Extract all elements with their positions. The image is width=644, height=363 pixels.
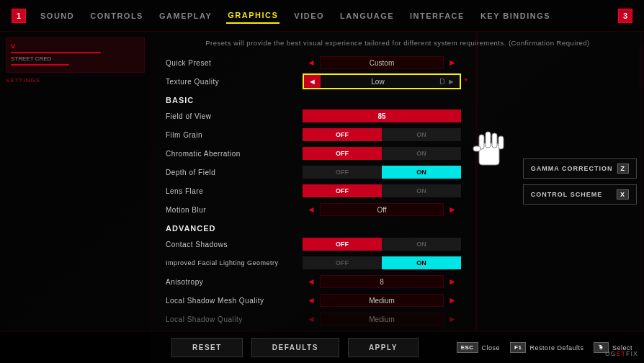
nav-controls[interactable]: CONTROLS [89,9,145,23]
quick-preset-right-arrow[interactable]: ► [444,58,461,68]
quick-preset-control: ◄ Custom ► [303,56,461,69]
depth-of-field-on[interactable]: ON [382,166,461,179]
chromatic-aberration-label: Chromatic Aberration [166,150,303,158]
shadow-mesh-value: Medium [320,294,444,307]
close-action: ESC Close [457,342,500,353]
lens-flare-off[interactable]: OFF [303,184,382,197]
fov-control[interactable]: 85 [303,109,461,122]
preset-notice: Presets will provide the best visual exp… [166,39,630,47]
quick-preset-row: Quick Preset ◄ Custom ► [166,54,630,71]
fov-value: 85 [377,112,385,120]
chromatic-aberration-control: OFF ON [303,147,461,160]
reset-button[interactable]: RESET [171,338,243,357]
restore-key: F1 [510,342,526,353]
motion-blur-label: Motion Blur [166,206,303,214]
char-card: V STREET CRED [6,37,145,73]
shadow-mesh-left-arrow[interactable]: ◄ [303,295,320,305]
contact-shadows-off[interactable]: OFF [303,238,382,251]
facial-lighting-control: OFF ON [303,256,461,269]
defaults-button[interactable]: DEFAULTS [251,338,339,357]
chromatic-aberration-off[interactable]: OFF [303,147,382,160]
depth-of-field-control: OFF ON [303,166,461,179]
shadow-quality-left-arrow[interactable]: ◄ [303,314,320,324]
close-key: ESC [457,342,478,353]
fov-row: Field of View 85 [166,107,630,125]
shadow-mesh-label: Local Shadow Mesh Quality [166,297,303,305]
left-panel: V STREET CRED SETTINGS [0,32,151,363]
nav-language[interactable]: LANGUAGE [339,9,395,23]
anisotropy-right-arrow[interactable]: ► [444,277,461,287]
motion-blur-right-arrow[interactable]: ► [444,205,461,215]
watermark-et: ET [616,350,626,357]
control-scheme-key: X [617,189,629,200]
motion-blur-left-arrow[interactable]: ◄ [303,205,320,215]
gamma-correction-label: GAMMA CORRECTION [531,165,613,172]
watermark: UGETFIX [605,350,638,357]
quick-preset-label: Quick Preset [166,59,303,67]
motion-blur-control: ◄ Off ► [303,203,461,216]
nav-badge-right: 3 [618,9,632,23]
lens-flare-on[interactable]: ON [382,184,461,197]
shadow-mesh-right-arrow[interactable]: ► [444,295,461,305]
watermark-fix: FIX [626,350,638,357]
gamma-correction-key: Z [617,163,630,174]
shadow-quality-right-arrow[interactable]: ► [444,314,461,324]
facial-lighting-off[interactable]: OFF [303,256,382,269]
shadow-quality-value: Medium [320,313,444,326]
facial-lighting-row: Improved Facial Lighting Geometry OFF ON [166,254,630,272]
close-label: Close [482,344,501,351]
health-bar [11,52,101,53]
nav-interface[interactable]: INTERFACE [408,9,466,23]
contact-shadows-label: Contact Shadows [166,241,303,248]
texture-left-arrow[interactable]: ◄ [304,75,321,88]
shadow-quality-label: Local Shadow Quality [166,315,303,323]
film-grain-control: OFF ON [303,128,461,141]
section-advanced: Advanced [166,224,630,233]
lens-flare-control: OFF ON [303,184,461,197]
apply-button[interactable]: APPLY [348,338,419,357]
texture-right-arrow[interactable]: D ► [435,75,460,88]
fov-label: Field of View [166,112,303,120]
lens-flare-label: Lens Flare [166,187,303,195]
control-scheme-label: CONTROL SCHEME [531,191,602,198]
char-level: STREET CRED [11,55,140,62]
nav-sound[interactable]: SOUND [39,9,76,23]
film-grain-off[interactable]: OFF [303,128,382,141]
nav-badge-left: 1 [12,9,26,23]
texture-quality-control: ◄ Low D ► [303,73,461,89]
gamma-correction-button[interactable]: GAMMA CORRECTION Z [523,158,637,179]
nav-video[interactable]: VIDEO [292,9,326,23]
anisotropy-value: 8 [320,275,444,288]
nav-gameplay[interactable]: GAMEPLAY [158,9,213,23]
texture-quality-label: Texture Quality [166,78,303,86]
depth-of-field-off[interactable]: OFF [303,166,382,179]
shadow-mesh-control: ◄ Medium ► [303,294,461,307]
contact-shadows-on[interactable]: ON [382,238,461,251]
section-basic: Basic [166,96,630,104]
nav-keybindings[interactable]: KEY BINDINGS [479,9,552,23]
motion-blur-value: Off [320,203,444,216]
restore-label: Restore Defaults [529,344,583,351]
quick-preset-value: Custom [320,56,444,69]
anisotropy-left-arrow[interactable]: ◄ [303,277,320,287]
contact-shadows-row: Contact Shadows OFF ON [166,236,630,253]
top-nav: 1 SOUND CONTROLS GAMEPLAY GRAPHICS VIDEO… [0,0,644,32]
side-label: SETTINGS [6,77,145,84]
bottom-bar: RESET DEFAULTS APPLY ESC Close F1 Restor… [0,331,644,363]
quick-preset-left-arrow[interactable]: ◄ [303,58,320,68]
film-grain-label: Film Grain [166,131,303,139]
anisotropy-row: Anisotropy ◄ 8 ► [166,273,630,290]
shadow-quality-control: ◄ Medium ► [303,313,461,326]
main-content: Presets will provide the best visual exp… [151,32,644,331]
control-scheme-button[interactable]: CONTROL SCHEME X [523,184,637,205]
facial-lighting-on[interactable]: ON [382,256,461,269]
film-grain-on[interactable]: ON [382,128,461,141]
right-buttons: GAMMA CORRECTION Z CONTROL SCHEME X [523,158,637,205]
char-name: V [11,42,140,50]
chromatic-aberration-on[interactable]: ON [382,147,461,160]
restore-defaults-action: F1 Restore Defaults [510,342,583,353]
nav-graphics[interactable]: GRAPHICS [226,8,279,24]
contact-shadows-control: OFF ON [303,238,461,251]
shadow-quality-row: Local Shadow Quality ◄ Medium ► [166,310,630,328]
texture-quality-value: Low [321,75,435,88]
